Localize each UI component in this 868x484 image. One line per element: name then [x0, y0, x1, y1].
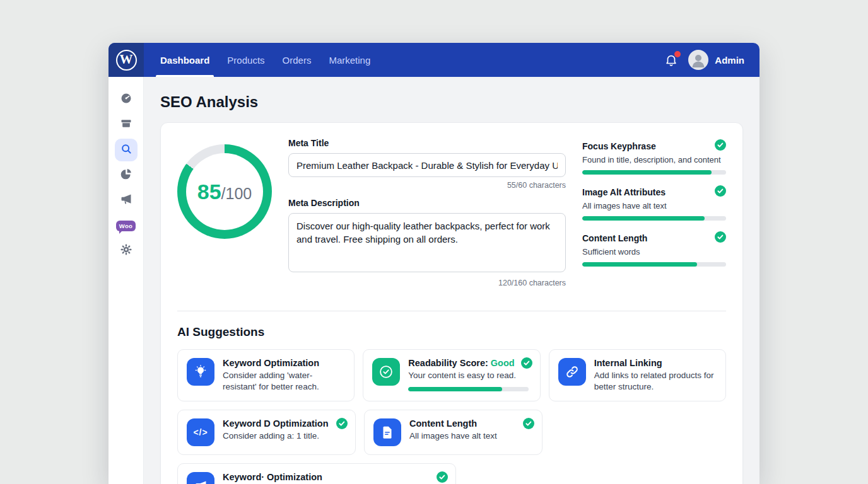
search-icon	[120, 142, 132, 158]
app-window: W Dashboard Products Orders Marketing Ad…	[108, 43, 760, 484]
suggestion-card-keyword-optimization[interactable]: Keyword Optimization Consider adding 'wa…	[177, 349, 355, 401]
suggestion-card-keyword-d[interactable]: </> Keyword D Optimization Consider addi…	[177, 410, 356, 455]
meta-title-counter: 55/60 characters	[288, 181, 566, 190]
meta-form: Meta Title 55/60 characters Meta Descrip…	[288, 138, 566, 296]
check-title: Focus Keyphrase	[582, 141, 656, 151]
check-circle-icon	[715, 185, 726, 199]
notifications-button[interactable]	[664, 53, 678, 67]
code-glyph: </>	[193, 427, 208, 437]
meta-description-label: Meta Description	[288, 198, 566, 208]
suggestion-description: Consider adding a: 1 title.	[223, 430, 346, 442]
suggestion-title-accent: Good	[491, 358, 515, 368]
check-subtitle: Found in title, description, and content	[582, 155, 726, 164]
check-circle-icon	[715, 231, 726, 245]
notification-badge	[674, 51, 681, 57]
check-circle-icon	[523, 418, 534, 429]
nav-item-products[interactable]: Products	[227, 43, 264, 77]
nav-item-orders[interactable]: Orders	[283, 43, 312, 77]
navbar-right: Admin	[664, 50, 760, 70]
person-icon	[688, 50, 708, 70]
suggestion-description: Add links to related products for better…	[594, 370, 717, 393]
check-circle-icon	[521, 357, 532, 369]
document-icon	[373, 418, 401, 446]
suggestion-title: Internal Linking	[594, 358, 662, 368]
check-subtitle: All images have alt text	[582, 201, 726, 210]
seo-score: 85 /100	[177, 144, 272, 239]
check-image-alt: Image Alt Attributes All images have alt…	[582, 185, 726, 221]
page-title: SEO Analysis	[160, 93, 743, 111]
progress-track	[582, 262, 726, 267]
section-divider	[177, 311, 726, 311]
suggestion-title: Readability Score:	[408, 358, 488, 368]
woo-badge: Woo	[116, 221, 136, 231]
check-title: Content Length	[582, 233, 647, 243]
bell-icon	[664, 58, 678, 69]
wordpress-logo[interactable]: W	[108, 43, 144, 77]
seo-score-value: 85	[197, 180, 221, 204]
main-nav: Dashboard Products Orders Marketing	[160, 43, 370, 77]
user-name: Admin	[715, 55, 744, 66]
suggestion-card-content-length[interactable]: Content Length All images have alt text	[364, 410, 542, 455]
sidebar-item-settings[interactable]	[115, 239, 138, 262]
seo-analysis-card: 85 /100 Meta Title 55/60 characters Meta…	[160, 122, 743, 484]
sidebar-item-analytics[interactable]	[115, 164, 138, 187]
progress-track	[408, 387, 528, 391]
ai-suggestions-heading: AI Suggestions	[177, 325, 726, 339]
suggestion-title: Keyword· Optimization	[223, 472, 322, 482]
archive-icon	[120, 117, 132, 132]
nav-item-marketing[interactable]: Marketing	[329, 43, 370, 77]
check-circle-icon	[715, 139, 726, 153]
suggestion-card-internal-linking[interactable]: Internal Linking Add links to related pr…	[549, 349, 726, 401]
suggestion-card-keyword-bottom[interactable]: Keyword· Optimization Consider adding 'w…	[177, 463, 456, 484]
suggestion-description: Your content is easy to read.	[408, 370, 531, 381]
progress-fill	[582, 170, 712, 175]
check-circle-outline-icon	[372, 358, 400, 386]
megaphone-icon	[187, 472, 214, 484]
progress-track	[582, 216, 726, 221]
check-subtitle: Sufficient words	[582, 247, 726, 256]
meta-description-textarea[interactable]: Discover our high-quality leather backpa…	[288, 213, 566, 272]
check-circle-icon	[437, 471, 448, 483]
suggestion-title: Keyword D Optimization	[223, 418, 329, 429]
sidebar-item-marketing[interactable]	[115, 189, 138, 212]
meta-description-counter: 120/160 characters	[288, 279, 566, 287]
check-title: Image Alt Attributes	[582, 187, 666, 197]
seo-score-ring: 85 /100	[177, 144, 272, 239]
suggestion-description: All images have alt text	[409, 430, 533, 442]
meta-title-label: Meta Title	[288, 138, 566, 148]
progress-track	[582, 170, 726, 175]
progress-fill	[582, 216, 705, 221]
check-focus-keyphrase: Focus Keyphrase Found in title, descript…	[582, 139, 726, 175]
sidebar-item-woocommerce[interactable]: Woo	[115, 214, 138, 237]
progress-fill	[408, 387, 502, 391]
wordpress-logo-icon: W	[116, 50, 137, 71]
seo-score-denominator: /100	[221, 185, 252, 203]
avatar	[688, 50, 708, 70]
gauge-icon	[120, 92, 132, 107]
link-icon	[558, 358, 586, 386]
icon-sidebar: Woo	[108, 77, 144, 484]
top-navbar: W Dashboard Products Orders Marketing Ad…	[108, 43, 760, 77]
nav-item-dashboard[interactable]: Dashboard	[160, 43, 209, 77]
suggestion-description: Consider adding 'water-resistant' for be…	[223, 370, 345, 393]
suggestion-title: Content Length	[409, 418, 477, 429]
lightbulb-icon	[187, 358, 214, 386]
sidebar-item-products[interactable]	[115, 113, 138, 136]
suggestion-title: Keyword Optimization	[223, 358, 319, 368]
check-circle-icon	[336, 418, 348, 429]
megaphone-icon	[120, 193, 132, 208]
suggestion-card-readability[interactable]: Readability Score:Good Your content is e…	[363, 349, 540, 401]
progress-fill	[582, 262, 697, 267]
pie-chart-icon	[120, 168, 132, 183]
code-icon: </>	[187, 418, 214, 446]
sidebar-item-seo[interactable]	[115, 139, 138, 161]
gear-icon	[120, 243, 132, 258]
meta-title-input[interactable]	[288, 153, 566, 177]
main-content: SEO Analysis 85 /100	[144, 77, 760, 484]
check-content-length: Content Length Sufficient words	[582, 231, 726, 267]
sidebar-item-dashboard[interactable]	[115, 88, 138, 111]
seo-checks: Focus Keyphrase Found in title, descript…	[582, 138, 726, 296]
user-menu[interactable]: Admin	[688, 50, 744, 70]
